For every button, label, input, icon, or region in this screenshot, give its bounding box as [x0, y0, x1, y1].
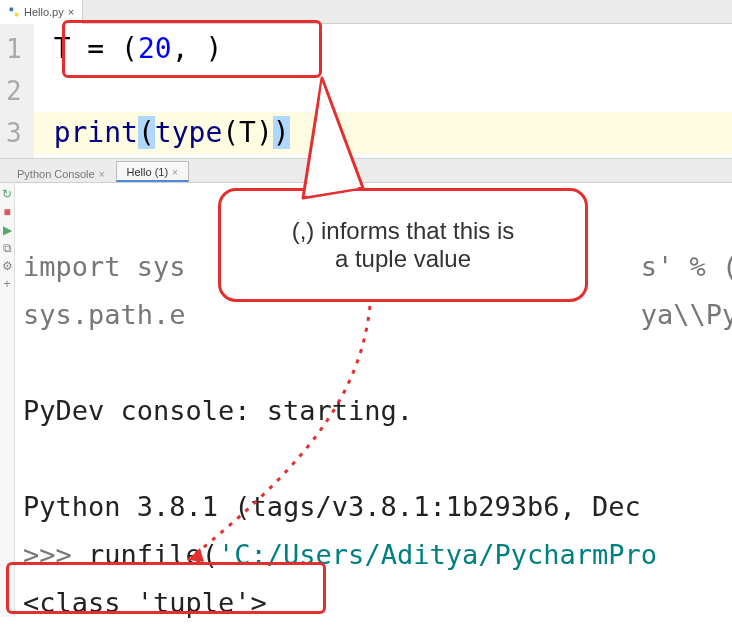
editor-tab-label: Hello.py — [24, 6, 64, 18]
console-tab-bar: Python Console × Hello (1) × — [0, 159, 732, 183]
close-icon[interactable]: × — [99, 169, 105, 180]
callout-text: a tuple value — [292, 245, 515, 273]
console-tab-label: Hello (1) — [127, 166, 169, 178]
line-number: 2 — [6, 70, 22, 112]
close-icon[interactable]: × — [172, 167, 178, 178]
code-line-3[interactable]: print(type(T)) — [34, 112, 732, 154]
svg-rect-0 — [10, 7, 14, 11]
annotation-callout: (,) informs that this is a tuple value — [218, 188, 588, 302]
python-file-icon — [8, 6, 20, 18]
console-toolbar: ↻ ■ ▶ ⧉ ⚙ + — [0, 183, 15, 617]
code-column[interactable]: T = (20, ) print(type(T)) — [34, 24, 732, 158]
svg-rect-1 — [15, 12, 19, 16]
code-line-2[interactable] — [34, 70, 732, 112]
console-tab-label: Python Console — [17, 168, 95, 180]
editor-tab-hello[interactable]: Hello.py × — [0, 0, 83, 24]
settings-icon[interactable]: ⚙ — [0, 259, 14, 273]
close-icon[interactable]: × — [68, 6, 74, 18]
add-icon[interactable]: + — [0, 277, 14, 291]
code-line-1[interactable]: T = (20, ) — [34, 28, 732, 70]
editor-tab-bar: Hello.py × — [0, 0, 732, 24]
gutter: 1 2 3 — [0, 24, 34, 158]
stop-icon[interactable]: ■ — [0, 205, 14, 219]
line-number: 1 — [6, 28, 22, 70]
run-icon[interactable]: ▶ — [0, 223, 14, 237]
editor-area: 1 2 3 T = (20, ) print(type(T)) — [0, 24, 732, 159]
callout-text: (,) informs that this is — [292, 217, 515, 245]
link-icon[interactable]: ⧉ — [0, 241, 14, 255]
rerun-icon[interactable]: ↻ — [0, 187, 14, 201]
console-tab-hello[interactable]: Hello (1) × — [116, 161, 189, 182]
line-number: 3 — [6, 112, 22, 154]
console-tab-python[interactable]: Python Console × — [6, 163, 116, 182]
